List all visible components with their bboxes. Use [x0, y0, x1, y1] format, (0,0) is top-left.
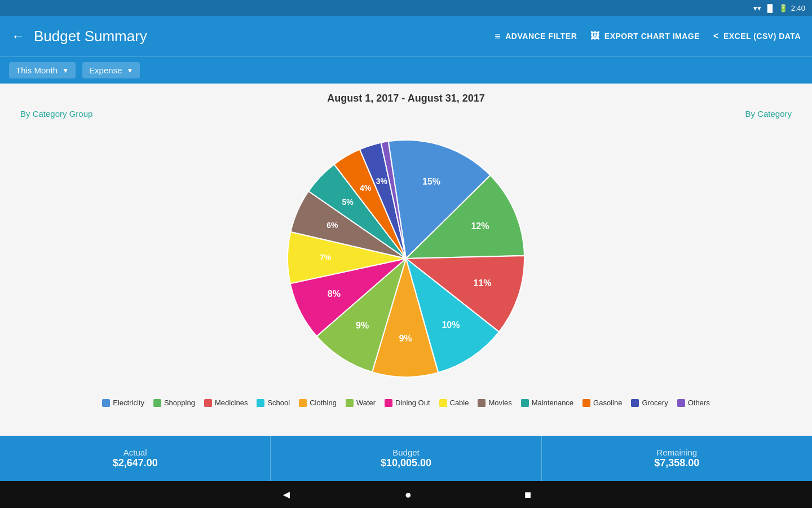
period-dropdown-arrow: ▼: [62, 67, 69, 75]
legend-label: Shopping: [164, 398, 195, 407]
legend-item: Electricity: [102, 398, 144, 407]
battery-icon: 🔋: [779, 4, 788, 12]
legend-item: Grocery: [631, 398, 668, 407]
legend: ElectricityShoppingMedicinesSchoolClothi…: [9, 394, 803, 411]
legend-color: [677, 399, 685, 407]
advance-filter-button[interactable]: ≡ ADVANCE FILTER: [495, 30, 577, 42]
svg-text:4%: 4%: [360, 183, 372, 192]
legend-label: School: [267, 398, 290, 407]
legend-label: Electricity: [113, 398, 144, 407]
share-icon: <: [713, 31, 719, 41]
filter-icon: ≡: [495, 30, 501, 42]
remaining-value: $7,358.00: [654, 457, 699, 469]
actual-summary: Actual $2,647.00: [0, 436, 271, 481]
legend-item: Cable: [439, 398, 469, 407]
status-icons: ▾▾ ▐▌ 🔋 2:40: [753, 4, 805, 12]
legend-item: Dining Out: [385, 398, 430, 407]
legend-color: [521, 399, 529, 407]
legend-color: [299, 399, 307, 407]
legend-item: Medicines: [204, 398, 248, 407]
svg-text:6%: 6%: [326, 221, 338, 230]
actual-label: Actual: [123, 448, 147, 457]
svg-text:9%: 9%: [399, 334, 412, 343]
legend-color: [478, 399, 486, 407]
legend-color: [346, 399, 354, 407]
svg-text:7%: 7%: [320, 253, 332, 262]
legend-label: Grocery: [642, 398, 668, 407]
legend-label: Dining Out: [395, 398, 430, 407]
export-chart-label: EXPORT CHART IMAGE: [604, 32, 700, 41]
export-chart-button[interactable]: 🖼 EXPORT CHART IMAGE: [590, 31, 700, 41]
excel-csv-label: EXCEL (CSV) DATA: [723, 32, 801, 41]
header: ← Budget Summary ≡ ADVANCE FILTER 🖼 EXPO…: [0, 16, 812, 56]
legend-label: Gasoline: [593, 398, 622, 407]
header-actions: ≡ ADVANCE FILTER 🖼 EXPORT CHART IMAGE < …: [495, 30, 801, 42]
nav-home-button[interactable]: ●: [405, 488, 412, 501]
chart-container: 15%12%11%10%9%9%8%7%6%5%4%3%: [9, 123, 803, 394]
legend-label: Clothing: [310, 398, 337, 407]
remaining-summary: Remaining $7,358.00: [542, 436, 812, 481]
page-title: Budget Summary: [34, 28, 147, 45]
excel-csv-button[interactable]: < EXCEL (CSV) DATA: [713, 31, 801, 41]
back-button[interactable]: ←: [11, 28, 25, 44]
type-dropdown-arrow: ▼: [126, 67, 133, 75]
legend-color: [582, 399, 590, 407]
legend-item: Maintenance: [521, 398, 573, 407]
type-label: Expense: [89, 65, 122, 75]
nav-bar: ◄ ● ■: [0, 481, 812, 508]
svg-text:12%: 12%: [471, 221, 489, 231]
export-icon: 🖼: [590, 31, 600, 41]
main-content: August 1, 2017 - August 31, 2017 By Cate…: [0, 84, 812, 436]
legend-color: [631, 399, 639, 407]
svg-text:8%: 8%: [328, 289, 341, 299]
budget-value: $10,005.00: [381, 457, 431, 469]
svg-text:11%: 11%: [473, 278, 491, 288]
category-links: By Category Group By Category: [9, 109, 803, 119]
legend-item: Shopping: [153, 398, 195, 407]
chart-title: August 1, 2017 - August 31, 2017: [9, 93, 803, 104]
legend-label: Medicines: [215, 398, 248, 407]
legend-color: [153, 399, 161, 407]
legend-item: Water: [346, 398, 376, 407]
legend-color: [102, 399, 110, 407]
by-category-link[interactable]: By Category: [745, 109, 792, 119]
legend-label: Movies: [488, 398, 511, 407]
nav-back-button[interactable]: ◄: [281, 488, 292, 501]
filter-bar: This Month ▼ Expense ▼: [0, 56, 812, 84]
svg-text:5%: 5%: [342, 198, 354, 207]
period-filter[interactable]: This Month ▼: [9, 62, 76, 78]
legend-item: Gasoline: [582, 398, 622, 407]
legend-color: [385, 399, 392, 407]
period-label: This Month: [16, 65, 58, 75]
remaining-label: Remaining: [656, 448, 697, 457]
advance-filter-label: ADVANCE FILTER: [505, 32, 577, 41]
status-bar: ▾▾ ▐▌ 🔋 2:40: [0, 0, 812, 16]
budget-summary: Budget $10,005.00: [271, 436, 541, 481]
pie-chart: 15%12%11%10%9%9%8%7%6%5%4%3%: [276, 129, 536, 388]
legend-color: [439, 399, 447, 407]
svg-text:10%: 10%: [442, 320, 460, 330]
actual-value: $2,647.00: [113, 457, 158, 469]
time-display: 2:40: [791, 4, 805, 12]
legend-label: Others: [688, 398, 710, 407]
legend-item: School: [257, 398, 290, 407]
svg-text:3%: 3%: [376, 177, 388, 186]
type-filter[interactable]: Expense ▼: [82, 62, 140, 78]
legend-item: Clothing: [299, 398, 337, 407]
by-category-group-link[interactable]: By Category Group: [20, 109, 92, 119]
summary-bar: Actual $2,647.00 Budget $10,005.00 Remai…: [0, 436, 812, 481]
legend-label: Maintenance: [532, 398, 573, 407]
legend-item: Others: [677, 398, 710, 407]
svg-text:9%: 9%: [356, 321, 369, 330]
nav-recent-button[interactable]: ■: [524, 488, 531, 501]
legend-label: Cable: [450, 398, 469, 407]
wifi-icon: ▾▾: [753, 4, 761, 12]
legend-item: Movies: [478, 398, 511, 407]
svg-text:15%: 15%: [422, 177, 440, 186]
budget-label: Budget: [392, 448, 420, 457]
header-left: ← Budget Summary: [11, 28, 147, 45]
legend-color: [204, 399, 212, 407]
legend-color: [257, 399, 264, 407]
signal-icon: ▐▌: [765, 4, 775, 12]
legend-label: Water: [356, 398, 376, 407]
